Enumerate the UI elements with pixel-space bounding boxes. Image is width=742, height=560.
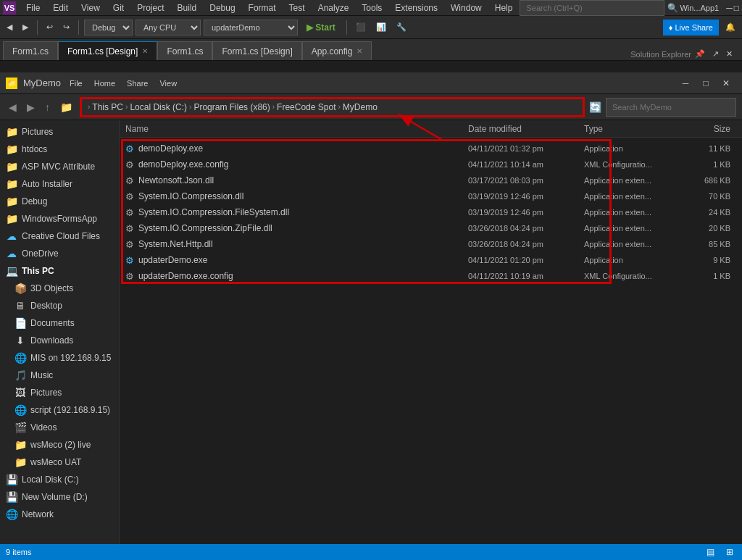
explorer-menu-share[interactable]: Share	[124, 78, 151, 89]
notification-button[interactable]: 🔔	[722, 21, 739, 33]
sidebar-item-network[interactable]: 🌐 Network	[0, 506, 119, 523]
menu-extensions[interactable]: Extensions	[389, 1, 443, 14]
col-header-size[interactable]: Size	[678, 124, 736, 134]
sidebar-item-wsmeco-uat[interactable]: 📁 wsMeco UAT	[0, 454, 119, 471]
addr-refresh-button[interactable]: 🔄	[589, 101, 601, 113]
sidebar-item-label: ASP MVC Attribute	[22, 162, 95, 172]
sidebar-item-mis[interactable]: 🌐 MIS on 192.168.9.15	[0, 349, 119, 367]
toolbar-extra-2[interactable]: 📊	[372, 21, 390, 33]
file-row-3[interactable]: ⚙ System.IO.Compression.dll 03/19/2019 1…	[120, 188, 742, 204]
sidebar-item-pictures2[interactable]: 🖼 Pictures	[0, 384, 119, 401]
network-icon: 🌐	[6, 509, 17, 520]
sidebar-item-wsmeco-live[interactable]: 📁 wsMeco (2) live	[0, 436, 119, 454]
restore-button[interactable]: □	[734, 0, 739, 18]
menu-file[interactable]: File	[20, 1, 46, 14]
addr-folder-button[interactable]: 📁	[57, 100, 75, 114]
file-row-1[interactable]: ⚙ demoDeploy.exe.config 04/11/2021 10:14…	[120, 156, 742, 172]
menu-help[interactable]: Help	[489, 1, 519, 14]
sidebar-item-desktop[interactable]: 🖥 Desktop	[0, 297, 119, 314]
sidebar-item-music[interactable]: 🎵 Music	[0, 367, 119, 384]
menu-project[interactable]: Project	[131, 1, 170, 14]
file-row-2[interactable]: ⚙ Newtonsoft.Json.dll 03/17/2021 08:03 p…	[120, 172, 742, 188]
explorer-menu-file[interactable]: File	[67, 78, 86, 89]
sidebar-item-local-disk-c[interactable]: 💾 Local Disk (C:)	[0, 471, 119, 488]
sidebar-item-script[interactable]: 🌐 script (192.168.9.15)	[0, 401, 119, 419]
menu-build[interactable]: Build	[172, 1, 203, 14]
sidebar-item-videos[interactable]: 🎬 Videos	[0, 419, 119, 436]
explorer-close-button[interactable]: ✕	[716, 73, 736, 93]
menu-tools[interactable]: Tools	[356, 1, 388, 14]
sidebar-item-label: Auto Installer	[22, 179, 72, 189]
file-row-5[interactable]: ⚙ System.IO.Compression.ZipFile.dll 03/2…	[120, 220, 742, 236]
project-dropdown[interactable]: updaterDemo	[204, 20, 298, 35]
tab-appconfig-close-icon[interactable]: ✕	[357, 47, 362, 55]
sidebar-item-debug[interactable]: 📁 Debug	[0, 193, 119, 210]
menu-window[interactable]: Window	[445, 1, 488, 14]
sidebar-item-pictures[interactable]: 📁 Pictures	[0, 123, 119, 141]
explorer-restore-button[interactable]: □	[696, 73, 716, 93]
tab-form1cs-design-2[interactable]: Form1.cs [Design]	[212, 41, 301, 60]
pin-button[interactable]: 📌	[691, 48, 709, 60]
file-row-4[interactable]: ⚙ System.IO.Compression.FileSystem.dll 0…	[120, 204, 742, 220]
start-button[interactable]: ▶ Start	[301, 21, 341, 34]
col-header-type[interactable]: Type	[584, 124, 678, 134]
folder-icon: 📁	[6, 143, 17, 155]
file-row-7[interactable]: ⚙ updaterDemo.exe 04/11/2021 01:20 pm Ap…	[120, 252, 742, 268]
forward-button[interactable]: ▶	[19, 21, 32, 33]
tab-form1cs-2[interactable]: Form1.cs	[157, 41, 212, 60]
menu-view[interactable]: View	[75, 1, 106, 14]
vs-search-input[interactable]	[520, 0, 664, 16]
view-list-button[interactable]: ▤	[704, 547, 717, 557]
solution-close-button[interactable]: ✕	[722, 48, 736, 60]
col-header-name[interactable]: Name	[125, 124, 468, 134]
sidebar-item-asp-mvc[interactable]: 📁 ASP MVC Attribute	[0, 158, 119, 175]
file-row-6[interactable]: ⚙ System.Net.Http.dll 03/26/2018 04:24 p…	[120, 236, 742, 252]
live-share-button[interactable]: ♦ Live Share	[663, 20, 719, 35]
sidebar-item-3dobjects[interactable]: 📦 3D Objects	[0, 280, 119, 297]
toolbar-extra-3[interactable]: 🔧	[393, 21, 410, 33]
addr-back-button[interactable]: ◀	[6, 100, 20, 114]
explorer-menu-home[interactable]: Home	[91, 78, 118, 89]
addr-forward-button[interactable]: ▶	[24, 100, 38, 114]
debug-config-dropdown[interactable]: Debug	[84, 20, 133, 35]
undo-button[interactable]: ↩	[43, 21, 57, 33]
address-path[interactable]: › This PC › Local Disk (C:) › Program Fi…	[80, 97, 585, 117]
sidebar-item-onedrive[interactable]: ☁ OneDrive	[0, 245, 119, 262]
platform-dropdown[interactable]: Any CPU	[136, 20, 201, 35]
explorer-search-input[interactable]	[606, 98, 736, 117]
file-row-8[interactable]: ⚙ updaterDemo.exe.config 04/11/2021 10:1…	[120, 268, 742, 284]
col-header-date[interactable]: Date modified	[468, 124, 584, 134]
file-type: Application exten...	[584, 192, 678, 201]
tab-appconfig[interactable]: App.config ✕	[302, 41, 372, 60]
view-grid-button[interactable]: ⊞	[723, 547, 736, 557]
explorer-menu-view[interactable]: View	[157, 78, 180, 89]
menu-git[interactable]: Git	[107, 1, 130, 14]
sidebar-item-downloads[interactable]: ⬇ Downloads	[0, 332, 119, 349]
menu-test[interactable]: Test	[283, 1, 311, 14]
file-row-0[interactable]: ⚙ demoDeploy.exe 04/11/2021 01:32 pm App…	[120, 141, 742, 156]
tab-form1cs-design-1[interactable]: Form1.cs [Design] ✕	[58, 41, 157, 60]
menu-format[interactable]: Format	[243, 1, 282, 14]
minimize-button[interactable]: ─	[726, 0, 733, 18]
sidebar-item-htdocs[interactable]: 📁 htdocs	[0, 141, 119, 158]
menu-debug[interactable]: Debug	[204, 1, 241, 14]
unpin-button[interactable]: ↗	[709, 48, 722, 60]
sidebar-item-new-volume-d[interactable]: 💾 New Volume (D:)	[0, 488, 119, 506]
sidebar-item-documents[interactable]: 📄 Documents	[0, 314, 119, 332]
file-type: XML Configuratio...	[584, 160, 678, 169]
explorer-minimize-button[interactable]: ─	[675, 73, 696, 93]
redo-button[interactable]: ↪	[59, 21, 73, 33]
menu-analyze[interactable]: Analyze	[312, 1, 355, 14]
menu-edit[interactable]: Edit	[47, 1, 74, 14]
sidebar-item-windowsformsapp[interactable]: 📁 WindowsFormsApp	[0, 210, 119, 227]
sidebar: 📁 Pictures 📁 htdocs 📁 ASP MVC Attribute …	[0, 120, 120, 544]
sidebar-item-auto-installer[interactable]: 📁 Auto Installer	[0, 175, 119, 193]
sidebar-item-thispc[interactable]: 💻 This PC	[0, 262, 119, 280]
addr-up-button[interactable]: ↑	[42, 100, 53, 114]
sidebar-item-creative-cloud[interactable]: ☁ Creative Cloud Files	[0, 227, 119, 245]
tab-close-icon[interactable]: ✕	[142, 47, 148, 55]
tab-form1cs-1[interactable]: Form1.cs	[3, 41, 58, 60]
toolbar-extra-1[interactable]: ⬛	[352, 21, 370, 33]
back-button[interactable]: ◀	[3, 21, 16, 33]
addr-part-thispc: This PC	[92, 102, 123, 112]
